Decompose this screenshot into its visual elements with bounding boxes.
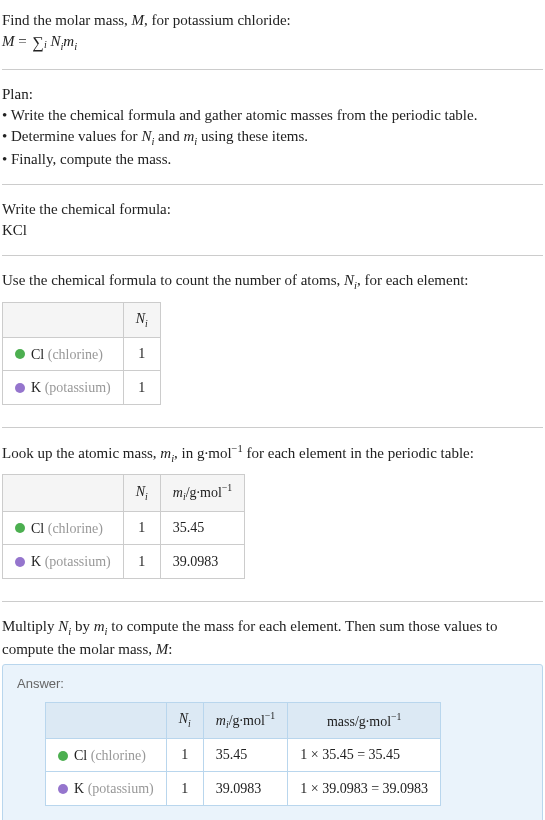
divider	[2, 427, 543, 428]
table-header-row: Ni mi/g·mol−1	[3, 475, 245, 511]
cl-dot-icon	[58, 751, 68, 761]
element-cell: K (potassium)	[46, 772, 167, 806]
sigma-icon: ∑i	[30, 35, 46, 51]
blank-header	[3, 475, 124, 511]
plan-section: Plan: • Write the chemical formula and g…	[2, 78, 543, 177]
n-value: 1	[166, 772, 203, 806]
mass-intro: Look up the atomic mass, mi, in g·mol−1 …	[2, 442, 543, 467]
plan-header: Plan:	[2, 84, 543, 105]
table-row: K (potassium) 1 39.0983	[3, 545, 245, 579]
intro-section: Find the molar mass, M, for potassium ch…	[2, 4, 543, 61]
element-cell: K (potassium)	[3, 545, 124, 579]
table-row: Cl (chlorine) 1 35.45 1 × 35.45 = 35.45	[46, 738, 441, 772]
eq-equals: =	[15, 33, 31, 49]
var-M: M	[132, 12, 145, 28]
formula-header: Write the chemical formula:	[2, 199, 543, 220]
eq-lhs: M	[2, 33, 15, 49]
element-cell: K (potassium)	[3, 371, 124, 405]
intro-equation: M = ∑i Nimi	[2, 31, 543, 55]
element-cell: Cl (chlorine)	[3, 337, 124, 371]
eq-N: N	[50, 33, 60, 49]
divider	[2, 255, 543, 256]
multiply-intro: Multiply Ni by mi to compute the mass fo…	[2, 616, 543, 661]
intro-line1: Find the molar mass, M, for potassium ch…	[2, 10, 543, 31]
cl-dot-icon	[15, 523, 25, 533]
answer-box: Answer: Ni mi/g·mol−1 mass/g·mol−1 Cl (c…	[2, 664, 543, 820]
formula-section: Write the chemical formula: KCl	[2, 193, 543, 247]
plan-bullet-2: • Determine values for Ni and mi using t…	[2, 126, 543, 150]
element-cell: Cl (chlorine)	[46, 738, 167, 772]
table-header-row: Ni	[3, 303, 161, 338]
eq-m: m	[63, 33, 74, 49]
m-value: 35.45	[203, 738, 287, 772]
plan-bullet-3: • Finally, compute the mass.	[2, 149, 543, 170]
table-row: K (potassium) 1	[3, 371, 161, 405]
intro-text: Find the molar mass,	[2, 12, 132, 28]
blank-header	[46, 702, 167, 738]
plan-bullet-1: • Write the chemical formula and gather …	[2, 105, 543, 126]
m-value: 39.0983	[203, 772, 287, 806]
n-value: 1	[123, 511, 160, 545]
divider	[2, 601, 543, 602]
n-value: 1	[166, 738, 203, 772]
n-value: 1	[123, 545, 160, 579]
divider	[2, 69, 543, 70]
blank-header	[3, 303, 124, 338]
k-dot-icon	[15, 383, 25, 393]
answer-label: Answer:	[17, 675, 528, 693]
n-header: Ni	[166, 702, 203, 738]
chemical-formula: KCl	[2, 220, 543, 241]
divider	[2, 184, 543, 185]
count-table: Ni Cl (chlorine) 1 K (potassium) 1	[2, 302, 161, 405]
mass-header: mass/g·mol−1	[288, 702, 441, 738]
n-value: 1	[123, 337, 160, 371]
n-header: Ni	[123, 475, 160, 511]
m-value: 39.0983	[160, 545, 244, 579]
cl-dot-icon	[15, 349, 25, 359]
table-row: Cl (chlorine) 1	[3, 337, 161, 371]
k-dot-icon	[58, 784, 68, 794]
n-header: Ni	[123, 303, 160, 338]
eq-m-sub: i	[74, 41, 77, 52]
element-cell: Cl (chlorine)	[3, 511, 124, 545]
mass-calc: 1 × 39.0983 = 39.0983	[288, 772, 441, 806]
m-header: mi/g·mol−1	[160, 475, 244, 511]
m-header: mi/g·mol−1	[203, 702, 287, 738]
mass-calc: 1 × 35.45 = 35.45	[288, 738, 441, 772]
k-dot-icon	[15, 557, 25, 567]
intro-text: , for potassium chloride:	[144, 12, 291, 28]
table-row: K (potassium) 1 39.0983 1 × 39.0983 = 39…	[46, 772, 441, 806]
mass-table: Ni mi/g·mol−1 Cl (chlorine) 1 35.45 K (p…	[2, 474, 245, 578]
final-answer: M = 35.45 g/mol + 39.0983 g/mol = 74.55 …	[45, 816, 528, 820]
count-section: Use the chemical formula to count the nu…	[2, 264, 543, 418]
n-value: 1	[123, 371, 160, 405]
multiply-section: Multiply Ni by mi to compute the mass fo…	[2, 610, 543, 820]
count-intro: Use the chemical formula to count the nu…	[2, 270, 543, 294]
table-header-row: Ni mi/g·mol−1 mass/g·mol−1	[46, 702, 441, 738]
answer-table: Ni mi/g·mol−1 mass/g·mol−1 Cl (chlorine)…	[45, 702, 441, 806]
table-row: Cl (chlorine) 1 35.45	[3, 511, 245, 545]
mass-section: Look up the atomic mass, mi, in g·mol−1 …	[2, 436, 543, 593]
m-value: 35.45	[160, 511, 244, 545]
